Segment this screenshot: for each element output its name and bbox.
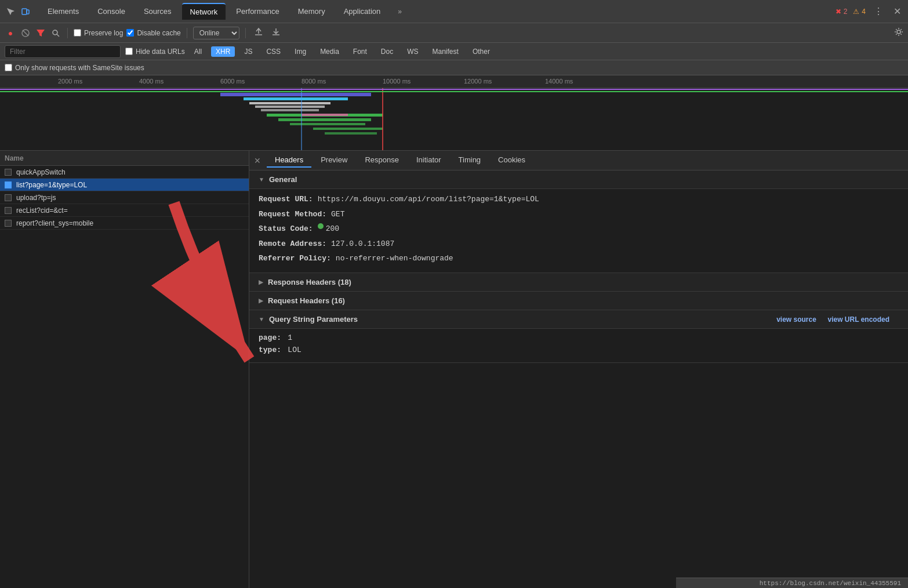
svg-rect-0 [22, 9, 27, 14]
tab-performance[interactable]: Performance [228, 3, 287, 19]
hide-data-urls-checkbox[interactable]: Hide data URLs [125, 48, 185, 56]
tab-elements[interactable]: Elements [39, 3, 87, 19]
svg-rect-9 [249, 102, 330, 104]
request-checkbox[interactable] [5, 194, 12, 201]
details-tab-response[interactable]: Response [357, 153, 407, 168]
request-method-row: Request Method: GET [259, 209, 899, 220]
tab-memory[interactable]: Memory [290, 3, 333, 19]
request-item[interactable]: recList?cid=&ct= [0, 204, 249, 217]
filter-type-all[interactable]: All [190, 46, 206, 57]
response-headers-section-header[interactable]: ▶ Response Headers (18) [249, 273, 908, 292]
tab-right-actions: ✖ 2 ⚠ 4 ⋮ ✕ [836, 3, 903, 19]
bottom-url-bar: https://blog.csdn.net/weixin_44355591 [676, 578, 908, 588]
filter-type-media[interactable]: Media [315, 46, 344, 57]
tick-2000: 2000 ms [58, 78, 82, 85]
preserve-log-checkbox[interactable]: Preserve log [74, 29, 123, 37]
devtools-tabbar: Elements Console Sources Network Perform… [0, 0, 908, 23]
details-tab-headers[interactable]: Headers [267, 153, 311, 168]
separator-1 [67, 28, 68, 38]
svg-point-6 [897, 30, 900, 34]
filter-type-manifest[interactable]: Manifest [428, 46, 463, 57]
request-checkbox[interactable] [5, 207, 12, 214]
filter-input[interactable] [5, 45, 121, 58]
svg-point-4 [53, 30, 57, 35]
tab-network[interactable]: Network [182, 3, 226, 20]
details-tab-cookies[interactable]: Cookies [490, 153, 533, 168]
tab-sources[interactable]: Sources [136, 3, 180, 19]
request-url-row: Request URL: https://m.douyu.com/api/roo… [259, 194, 899, 205]
network-throttle-select[interactable]: Online Fast 3G Slow 3G Offline [193, 27, 239, 39]
query-param-page: page: 1 [259, 333, 899, 342]
filter-button[interactable] [35, 27, 46, 39]
bottom-url-text: https://blog.csdn.net/weixin_44355591 [760, 580, 901, 587]
request-item-selected[interactable]: list?page=1&type=LOL [0, 179, 249, 191]
filter-type-css[interactable]: CSS [261, 46, 285, 57]
import-button[interactable] [252, 26, 266, 40]
stop-button[interactable] [20, 27, 31, 39]
filter-type-other[interactable]: Other [468, 46, 495, 57]
request-url-value: https://m.douyu.com/api/room/list?page=1… [318, 194, 539, 205]
main-content: Name quickAppSwitch list?page=1&type=LOL… [0, 151, 908, 588]
svg-rect-8 [244, 97, 348, 100]
tick-6000: 6000 ms [220, 78, 245, 85]
request-item[interactable]: quickAppSwitch [0, 166, 249, 179]
record-button[interactable]: ● [5, 27, 16, 39]
more-tabs-button[interactable]: » [393, 5, 406, 18]
timeline-area: 2000 ms 4000 ms 6000 ms 8000 ms 10000 ms… [0, 75, 908, 151]
request-headers-section-header[interactable]: ▶ Request Headers (16) [249, 292, 908, 310]
filter-type-img[interactable]: Img [290, 46, 311, 57]
details-tab-initiator[interactable]: Initiator [408, 153, 449, 168]
export-button[interactable] [269, 26, 283, 40]
query-params-body: page: 1 type: LOL [249, 329, 908, 363]
filter-type-ws[interactable]: WS [402, 46, 423, 57]
tab-icons [5, 6, 31, 17]
filter-type-js[interactable]: JS [239, 46, 257, 57]
view-url-encoded-link[interactable]: view URL encoded [828, 315, 889, 324]
request-checkbox[interactable] [5, 169, 12, 176]
general-section-title: General [269, 175, 297, 184]
filter-type-xhr[interactable]: XHR [211, 46, 235, 57]
error-badge: ✖ 2 ⚠ 4 [836, 8, 866, 16]
referrer-policy-value: no-referrer-when-downgrade [336, 253, 453, 264]
tick-12000: 12000 ms [464, 78, 492, 85]
remote-address-value: 127.0.0.1:1087 [331, 238, 394, 250]
svg-rect-11 [261, 109, 319, 111]
status-code-value: 200 [326, 223, 339, 235]
filter-type-doc[interactable]: Doc [376, 46, 398, 57]
svg-rect-16 [313, 128, 383, 130]
filter-type-font[interactable]: Font [348, 46, 372, 57]
samesite-checkbox[interactable]: Only show requests with SameSite issues [5, 64, 144, 72]
disable-cache-checkbox[interactable]: Disable cache [126, 29, 180, 37]
timeline-canvas[interactable] [0, 88, 908, 151]
svg-rect-10 [255, 106, 325, 108]
request-checkbox-selected[interactable] [5, 182, 12, 188]
query-params-arrow-icon: ▼ [259, 316, 264, 322]
details-tabs: ✕ Headers Preview Response Initiator Tim… [249, 151, 908, 170]
separator-2 [187, 28, 187, 38]
tab-console[interactable]: Console [89, 3, 133, 19]
request-item[interactable]: upload?tp=js [0, 191, 249, 204]
tick-14000: 14000 ms [545, 78, 573, 85]
details-tab-timing[interactable]: Timing [451, 153, 489, 168]
response-headers-title: Response Headers (18) [268, 278, 351, 286]
details-panel: ✕ Headers Preview Response Initiator Tim… [249, 151, 908, 588]
view-source-link[interactable]: view source [776, 315, 816, 324]
settings-button[interactable] [894, 27, 903, 39]
general-section-header[interactable]: ▼ General [249, 170, 908, 189]
remote-address-key: Remote Address: [259, 238, 326, 250]
query-params-section-header[interactable]: ▼ Query String Parameters view source vi… [249, 310, 908, 329]
request-checkbox[interactable] [5, 220, 12, 227]
kebab-menu[interactable]: ⋮ [871, 3, 885, 19]
details-tab-preview[interactable]: Preview [313, 153, 355, 168]
param-page-value: 1 [288, 333, 292, 342]
cursor-icon[interactable] [5, 6, 16, 17]
devtools-close-button[interactable]: ✕ [891, 3, 903, 19]
search-button[interactable] [50, 27, 61, 39]
request-item[interactable]: report?client_sys=mobile [0, 217, 249, 230]
device-toggle-icon[interactable] [20, 6, 31, 17]
warning-icon: ⚠ [853, 8, 859, 16]
request-list: Name quickAppSwitch list?page=1&type=LOL… [0, 151, 249, 588]
tab-application[interactable]: Application [336, 3, 389, 19]
svg-rect-15 [302, 114, 348, 116]
details-close-button[interactable]: ✕ [254, 156, 261, 165]
